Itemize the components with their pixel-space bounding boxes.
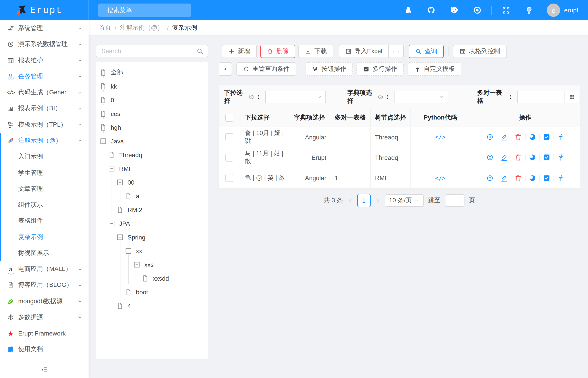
tree-node-row[interactable]: Threadq <box>108 150 208 160</box>
button-operation-button[interactable]: 按钮操作 <box>305 62 353 76</box>
qq-penguin-icon[interactable] <box>404 6 413 15</box>
tree-node-row[interactable]: xxsdd <box>142 273 208 284</box>
delete-icon[interactable] <box>514 154 522 161</box>
question-circle-icon[interactable] <box>377 94 383 100</box>
many-to-one-table-button[interactable] <box>565 91 580 103</box>
fullscreen-icon[interactable] <box>502 6 510 15</box>
logo[interactable]: Erupt <box>0 0 89 20</box>
tree-node-row[interactable]: RMI2 <box>116 204 208 215</box>
delete-button[interactable]: 删除 <box>260 45 295 58</box>
collapse-minus-icon[interactable] <box>100 138 107 145</box>
sidebar-item[interactable]: 模板示例（TPL） <box>0 117 89 133</box>
branch-icon[interactable] <box>557 174 564 182</box>
custom-template-button[interactable]: 自定义模板 <box>408 62 461 76</box>
toggle-icon[interactable] <box>528 133 536 141</box>
edit-icon[interactable] <box>500 154 508 161</box>
github-icon[interactable] <box>427 6 436 15</box>
sidebar-subitem[interactable]: 复杂示例 <box>0 229 89 245</box>
check-icon[interactable] <box>543 174 550 182</box>
view-icon[interactable] <box>486 174 493 182</box>
select-all-checkbox[interactable] <box>225 114 233 122</box>
sidebar-subitem[interactable]: 学生管理 <box>0 165 89 181</box>
multi-row-operation-button[interactable]: 多行操作 <box>356 62 404 76</box>
breadcrumb-home[interactable]: 首页 <box>99 24 111 32</box>
sidebar-subitem[interactable]: 树视图展示 <box>0 245 89 261</box>
tree-node-row[interactable]: ces <box>100 108 208 119</box>
code-icon[interactable]: </> <box>435 134 446 140</box>
sidebar-subitem[interactable]: 入门示例 <box>0 149 89 165</box>
tree-node-row[interactable]: RMI <box>108 163 208 174</box>
lightbulb-icon[interactable] <box>525 6 533 15</box>
check-icon[interactable] <box>543 133 550 141</box>
tree-search-box[interactable] <box>96 45 208 57</box>
filter-many-to-one-input[interactable] <box>517 91 565 103</box>
edit-icon[interactable] <box>500 174 508 182</box>
tree-node-row[interactable]: kk <box>100 81 208 92</box>
jump-page-input[interactable] <box>445 194 465 207</box>
row-checkbox[interactable] <box>225 133 233 141</box>
collapse-filter-button[interactable]: ▲ <box>219 62 232 76</box>
sidebar-item[interactable]: ★Erupt Framework <box>0 325 89 341</box>
branch-icon[interactable] <box>557 154 564 161</box>
query-button[interactable]: 查询 <box>409 45 444 58</box>
delete-icon[interactable] <box>514 174 522 182</box>
collapse-minus-icon[interactable] <box>116 234 123 241</box>
column-control-button[interactable]: 表格列控制 <box>453 45 506 58</box>
tree-node-row[interactable]: boot <box>125 287 208 297</box>
sidebar-item[interactable]: 报表维护 <box>0 53 89 69</box>
sidebar-subitem[interactable]: 表格组件 <box>0 213 89 229</box>
view-icon[interactable] <box>486 154 493 161</box>
sidebar-item[interactable]: 注解示例（@） <box>0 133 89 149</box>
tree-node-row[interactable]: Java <box>100 136 208 147</box>
sidebar-item[interactable]: 使用文档 <box>0 341 89 358</box>
tree-node-row[interactable]: xxs <box>133 259 208 270</box>
question-circle-icon[interactable] <box>248 94 254 100</box>
menu-search-box[interactable] <box>98 3 191 17</box>
chevron-left-icon[interactable] <box>347 198 353 203</box>
sidebar-item[interactable]: 系统管理 <box>0 20 89 37</box>
sidebar-subitem[interactable]: 组件演示 <box>0 197 89 213</box>
sidebar-item[interactable]: </>代码生成（Gener... <box>0 84 89 101</box>
import-excel-button[interactable]: 导入Excel <box>339 45 389 58</box>
sidebar-item[interactable]: 报表示例（BI） <box>0 101 89 117</box>
filter-dropdown-select[interactable] <box>265 91 326 103</box>
filter-dict-select[interactable] <box>394 91 448 103</box>
tree-node-row[interactable]: xx <box>125 246 208 256</box>
view-icon[interactable] <box>486 133 493 141</box>
row-checkbox[interactable] <box>225 174 233 182</box>
page-size-select[interactable]: 10 条/页 <box>384 194 424 207</box>
collapse-minus-icon[interactable] <box>125 247 132 255</box>
tree-node-row[interactable]: 00 <box>116 177 208 188</box>
sidebar-collapse-button[interactable] <box>0 361 89 378</box>
add-button[interactable]: 新增 <box>222 45 257 58</box>
check-icon[interactable] <box>543 154 550 161</box>
chevron-right-icon[interactable] <box>375 198 380 203</box>
page-number-1[interactable]: 1 <box>357 194 370 207</box>
collapse-minus-icon[interactable] <box>108 165 115 172</box>
tree-node-row[interactable]: a <box>125 191 208 201</box>
avatar[interactable]: e <box>547 3 560 17</box>
tree-search-input[interactable] <box>100 47 197 55</box>
tree-node-row[interactable]: hgh <box>100 122 208 133</box>
reset-query-button[interactable]: 重置查询条件 <box>236 62 296 76</box>
branch-icon[interactable] <box>557 133 564 141</box>
collapse-minus-icon[interactable] <box>133 261 140 268</box>
user-name[interactable]: erupt <box>564 7 578 14</box>
collapse-minus-icon[interactable] <box>116 179 123 186</box>
download-button[interactable]: 下载 <box>299 45 333 58</box>
sidebar-subitem[interactable]: 文章管理 <box>0 181 89 197</box>
code-icon[interactable]: </> <box>435 175 446 181</box>
collapse-minus-icon[interactable] <box>108 220 115 227</box>
sidebar-item[interactable]: 博客应用（BLOG） <box>0 277 89 294</box>
edit-icon[interactable] <box>500 133 508 141</box>
more-actions-button[interactable]: ··· <box>388 45 404 58</box>
toggle-icon[interactable] <box>528 174 536 182</box>
delete-icon[interactable] <box>514 133 522 141</box>
tree-node-row[interactable]: Spring <box>116 232 208 243</box>
sidebar-item[interactable]: mongodb数据源 <box>0 293 89 309</box>
sidebar-item[interactable]: 多数据源 <box>0 309 89 325</box>
sidebar-item[interactable]: a电商应用（MALL） <box>0 261 89 277</box>
gitee-icon[interactable] <box>450 6 459 15</box>
menu-search-input[interactable] <box>106 6 188 14</box>
sidebar-item[interactable]: 演示系统数据管理 <box>0 37 89 53</box>
